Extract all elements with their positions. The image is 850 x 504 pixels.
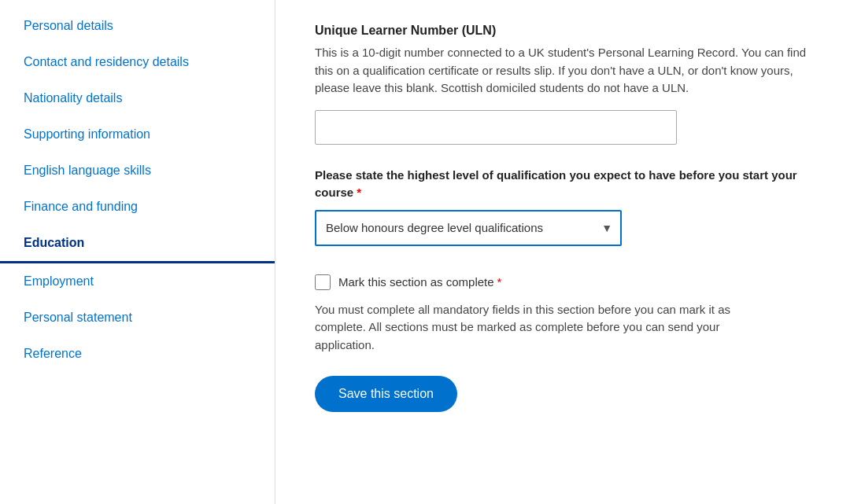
uln-input[interactable]: [315, 110, 677, 145]
uln-title: Unique Learner Number (ULN): [315, 24, 811, 38]
checkbox-required-star: *: [497, 275, 502, 289]
qualification-required-star: *: [357, 186, 361, 199]
uln-description: This is a 10-digit number connected to a…: [315, 44, 811, 97]
qualification-select[interactable]: Below honours degree level qualification…: [315, 210, 622, 246]
main-content: Unique Learner Number (ULN) This is a 10…: [275, 0, 850, 504]
sidebar-item-personal-statement[interactable]: Personal statement: [0, 300, 275, 336]
sidebar-item-supporting-information[interactable]: Supporting information: [0, 116, 275, 153]
mark-complete-checkbox[interactable]: [315, 274, 331, 290]
sidebar-item-personal-details[interactable]: Personal details: [0, 8, 275, 44]
mark-complete-row: Mark this section as complete*: [315, 274, 811, 290]
sidebar-item-finance-funding[interactable]: Finance and funding: [0, 189, 275, 225]
sidebar-item-reference[interactable]: Reference: [0, 336, 275, 372]
mark-complete-label[interactable]: Mark this section as complete*: [338, 275, 501, 289]
sidebar: Personal details Contact and residency d…: [0, 0, 275, 504]
save-button[interactable]: Save this section: [315, 376, 457, 412]
sidebar-item-nationality-details[interactable]: Nationality details: [0, 80, 275, 116]
qualification-question-label: Please state the highest level of qualif…: [315, 167, 811, 202]
sidebar-item-employment[interactable]: Employment: [0, 263, 275, 300]
complete-note: You must complete all mandatory fields i…: [315, 301, 756, 355]
sidebar-item-english-language-skills[interactable]: English language skills: [0, 153, 275, 189]
sidebar-item-education[interactable]: Education: [0, 225, 275, 263]
sidebar-item-contact-residency[interactable]: Contact and residency details: [0, 44, 275, 80]
qualification-select-wrapper: Below honours degree level qualification…: [315, 210, 622, 246]
